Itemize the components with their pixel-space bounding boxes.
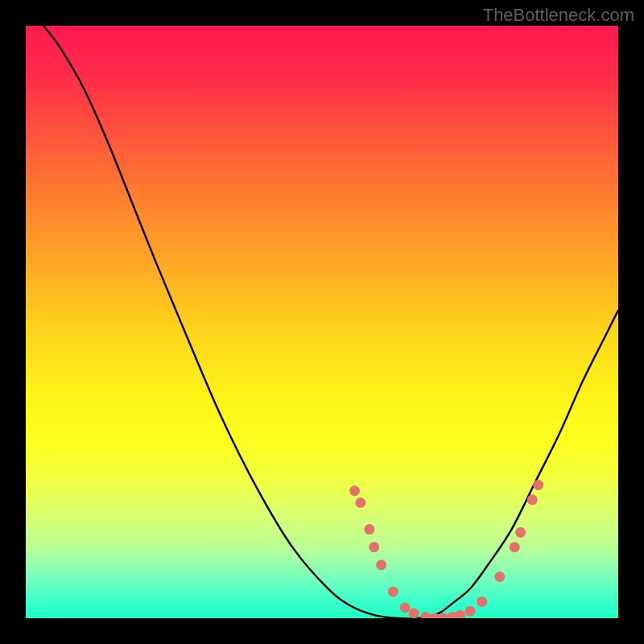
chart-data-point (533, 480, 543, 490)
chart-data-point (477, 597, 487, 607)
chart-svg (26, 26, 618, 618)
chart-data-point (527, 494, 538, 505)
chart-data-point (510, 542, 520, 552)
chart-data-point (400, 602, 411, 613)
chart-data-point (494, 572, 505, 582)
chart-data-point (364, 524, 374, 535)
chart-data-point (455, 610, 465, 618)
chart-data-point (438, 613, 448, 619)
chart-curve (43, 26, 618, 618)
chart-data-point (409, 609, 419, 618)
chart-data-point (465, 606, 476, 617)
chart-data-points (349, 480, 543, 618)
chart-data-point (369, 542, 379, 552)
chart-data-point (420, 612, 431, 618)
chart-data-point (349, 485, 360, 496)
chart-data-point (355, 497, 365, 508)
chart-plot-area (26, 26, 618, 618)
chart-data-point (388, 586, 398, 597)
watermark-text: TheBottleneck.com (483, 5, 634, 26)
chart-data-point (515, 527, 526, 538)
chart-data-point (376, 559, 386, 570)
